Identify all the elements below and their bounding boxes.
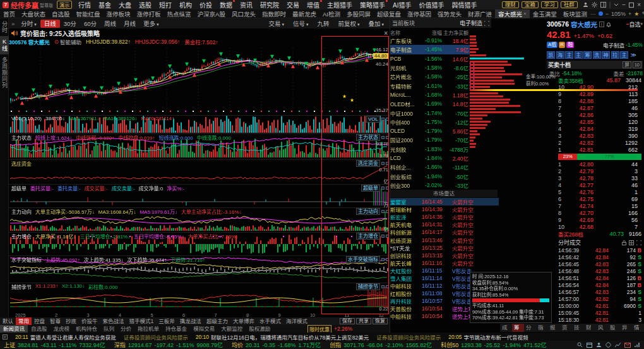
bid-row[interactable]: 5 42.76 1: [558, 188, 641, 195]
panel-name-box[interactable]: VOL: [366, 116, 389, 123]
menu-item[interactable]: AI猎手: [389, 0, 415, 9]
sector-row[interactable]: 光刻机 -1.58% -8.6亿: [390, 63, 470, 72]
chart-tool[interactable]: 前复权 ▾: [335, 20, 364, 28]
lock-icon[interactable]: [622, 240, 626, 245]
news-item[interactable]: 20:10财联社12月16日电，瑞穗将通用汽车目标价从78美元上调至82美元: [196, 333, 369, 341]
quick-button[interactable]: 学习: [541, 1, 558, 8]
bid-row[interactable]: 8 42.70 166: [558, 209, 641, 216]
sector-row[interactable]: LCD -1.84% 2.40亿: [390, 154, 470, 162]
mini-tab[interactable]: 洗: [593, 51, 601, 59]
more-chevron-icon[interactable]: ≫: [631, 52, 636, 58]
strategy-tab[interactable]: 大单博弈: [230, 317, 257, 325]
quick-button[interactable]: 社群: [561, 1, 578, 8]
watchlist-button[interactable]: −自选 ▾: [626, 20, 643, 28]
chart-tool[interactable]: 信号 ▾: [289, 20, 312, 28]
ask-row[interactable]: 8 42.88 185: [558, 97, 641, 104]
close-button[interactable]: ×: [637, 1, 641, 8]
panel-name-box[interactable]: 水手突破指标: [346, 256, 389, 263]
nav-tab[interactable]: 强势龙头×: [434, 9, 465, 18]
zoom-in-button[interactable]: +: [628, 11, 631, 17]
info-tab[interactable]: 龙虎榜: [51, 325, 73, 333]
strategy-tab[interactable]: 水手模式: [257, 317, 283, 325]
strategy-tab[interactable]: 抄底: [63, 317, 79, 325]
gear-icon[interactable]: [592, 2, 597, 8]
quote-tab[interactable]: 报价: [548, 324, 560, 332]
bell-icon[interactable]: [606, 21, 611, 27]
tick-row[interactable]: 14:56:45 42.83 265 S: [558, 260, 641, 267]
nav-tab[interactable]: 智能红盘×: [73, 9, 104, 18]
sector-row[interactable]: OLED -1.79% 5.86亿: [390, 126, 470, 135]
menu-item[interactable]: 价投: [196, 0, 216, 9]
strategy-tab[interactable]: 智尊: [47, 317, 63, 325]
sector-row[interactable]: 创业板综 -1.94% -50亿: [390, 171, 470, 180]
quote-tab[interactable]: 分价: [524, 324, 536, 332]
sector-row[interactable]: OLED材... -1.69% 14.8亿: [390, 99, 470, 108]
nav-tab[interactable]: 自选股×: [49, 9, 73, 18]
panel-name-box[interactable]: 选庄资金: [356, 160, 389, 167]
info-tab[interactable]: 自选股: [28, 325, 51, 333]
tick-row[interactable]: 14:56:48 42.83 246 S: [558, 267, 641, 274]
user-icon[interactable]: [583, 2, 588, 8]
bid-row[interactable]: 9 42.69 56: [558, 216, 641, 223]
nav-tab[interactable]: 超级复盘×: [374, 9, 404, 18]
ask-row[interactable]: 10 42.90 212: [558, 83, 641, 90]
radar-row[interactable]: 斯瑞新材 16/14:39 火箭升空: [390, 205, 499, 213]
calendar-icon[interactable]: [587, 342, 592, 348]
menu-item[interactable]: 资讯: [236, 0, 256, 9]
ask-row[interactable]: 1 42.81 662: [558, 146, 641, 153]
mini-tab[interactable]: 主: [620, 51, 628, 59]
radar-row[interactable]: 航天机电 16/14:31 火箭升空: [390, 221, 499, 228]
ask-row[interactable]: 6 42.86 305: [558, 111, 641, 118]
sector-row[interactable]: 中创400 -1.75% -12亿: [390, 118, 470, 126]
strategy-tab[interactable]: 默认: [0, 317, 16, 325]
info-tab[interactable]: 模拟交易: [190, 325, 218, 333]
quote-tab[interactable]: 技术: [572, 324, 584, 332]
mini-tab[interactable]: 筹: [583, 51, 592, 59]
chart-tool[interactable]: 九转 ▾: [314, 20, 333, 28]
strategy-tab[interactable]: 价投牛: [79, 317, 100, 325]
quote-tab[interactable]: 财务: [584, 324, 596, 332]
sector-row[interactable]: 国证2000 -1.79% -70亿: [390, 135, 470, 144]
quote-tab[interactable]: 指数: [536, 324, 548, 332]
search-icon[interactable]: [577, 342, 583, 348]
ten-level-button[interactable]: 10: [633, 61, 641, 68]
strategy-tab[interactable]: 紫色战法: [100, 317, 127, 325]
chart-tool[interactable]: 交易 ▾: [265, 20, 288, 28]
quote-tab[interactable]: 异动: [620, 324, 632, 332]
nav-tab[interactable]: 风口龙头×: [229, 9, 259, 18]
mini-tab[interactable]: 神: [602, 51, 610, 59]
edit-pencil-icon[interactable]: ✎: [641, 11, 644, 17]
tick-row[interactable]: 15:18:30 42.81 3: [558, 316, 641, 323]
quote-tab[interactable]: 筹码: [512, 324, 524, 332]
info-tab[interactable]: 队列: [100, 325, 117, 333]
nav-tab[interactable]: 板块监测×: [560, 9, 590, 18]
bid-row[interactable]: 1 42.80 44: [558, 161, 641, 168]
info-tab[interactable]: 股权激励: [246, 325, 273, 333]
period-tab[interactable]: 月线 ▾: [120, 20, 140, 28]
sector-row[interactable]: 光刻胶 -1.83% -4788万: [390, 145, 470, 154]
quote-sector[interactable]: 电子制造: [603, 41, 624, 49]
menu-item[interactable]: 行情: [75, 0, 95, 9]
expand-icon[interactable]: [636, 240, 641, 245]
tick-row[interactable]: 14:56:42 42.84 92 S: [558, 254, 641, 260]
chart-mode-tab[interactable]: 多周期同列: [0, 54, 9, 91]
nav-tab[interactable]: 财源广进×: [465, 9, 495, 18]
nav-tab[interactable]: AI检测×: [319, 9, 343, 18]
quote-tab[interactable]: 资金: [560, 324, 572, 332]
quote-tab[interactable]: 成交: [500, 324, 512, 332]
user-icon[interactable]: [596, 342, 602, 348]
layout-button[interactable]: 保存: [340, 318, 355, 324]
radar-row[interactable]: 爱婴室 16/14:45 火箭升空: [390, 198, 499, 205]
signal-icon[interactable]: [635, 342, 640, 348]
news-item[interactable]: 20:05字节跳动发布新一代音视频: [448, 333, 528, 341]
sector-row[interactable]: MicroL... -1.68% 1.18亿: [390, 90, 470, 99]
ask-row[interactable]: 7 42.87 46: [558, 104, 641, 111]
radar-row[interactable]: 航天长峰 16/11:16 火箭升空: [390, 259, 499, 267]
info-tab[interactable]: 新闻资讯: [0, 325, 28, 333]
sector-row[interactable]: 广东板块 -0.91% 18.4亿: [390, 36, 470, 45]
menu-item[interactable]: 交易: [283, 0, 303, 9]
layout-button[interactable]: 共享: [356, 318, 371, 324]
strategy-tab[interactable]: 三板斧: [156, 317, 177, 325]
diamond-icon[interactable]: [605, 342, 611, 348]
zoom-out-button[interactable]: −: [605, 11, 609, 17]
